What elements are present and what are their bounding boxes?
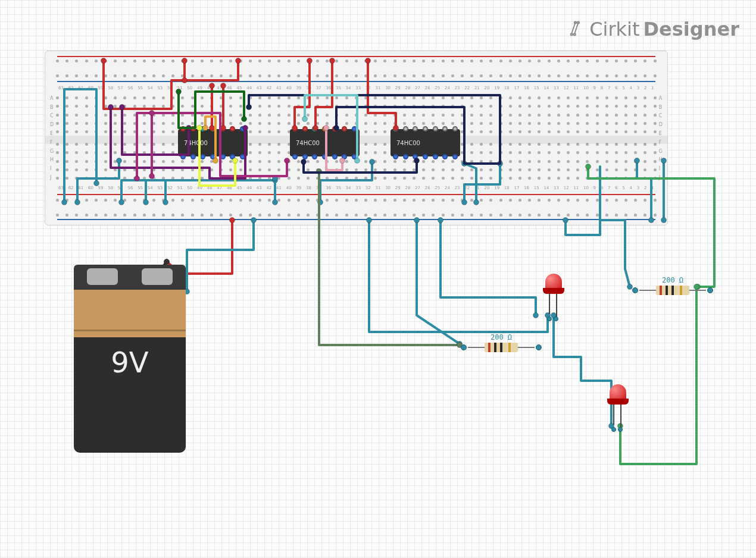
wire-node[interactable] bbox=[246, 105, 252, 110]
wire-node[interactable] bbox=[285, 158, 290, 164]
wire-node[interactable] bbox=[62, 200, 67, 205]
wire-node[interactable] bbox=[355, 158, 360, 164]
resistor-pad[interactable] bbox=[536, 344, 542, 350]
led-leg-anode bbox=[613, 405, 614, 425]
wire-node[interactable] bbox=[233, 158, 238, 164]
wire-node[interactable] bbox=[324, 126, 329, 131]
wire-node[interactable] bbox=[661, 218, 667, 223]
wire-node[interactable] bbox=[242, 117, 247, 122]
wire-node[interactable] bbox=[474, 200, 479, 205]
wire-node[interactable] bbox=[243, 126, 248, 131]
wire-node[interactable] bbox=[236, 58, 241, 64]
wire-node[interactable] bbox=[414, 158, 420, 164]
wire-node[interactable] bbox=[182, 58, 188, 64]
battery-voltage-label: 9V bbox=[111, 346, 148, 379]
wire[interactable] bbox=[566, 167, 630, 287]
wire[interactable] bbox=[464, 164, 500, 202]
battery-terminal-pos bbox=[142, 268, 173, 285]
wire[interactable] bbox=[637, 161, 651, 220]
wire-node[interactable] bbox=[163, 200, 168, 205]
wire[interactable] bbox=[205, 117, 215, 161]
wire-node[interactable] bbox=[365, 58, 371, 64]
wire-node[interactable] bbox=[462, 200, 467, 205]
wire-node[interactable] bbox=[301, 159, 307, 165]
wire-node[interactable] bbox=[586, 164, 591, 170]
resistor-pad[interactable] bbox=[707, 287, 713, 293]
resistor-lead bbox=[639, 290, 656, 291]
wire[interactable] bbox=[249, 95, 500, 164]
wire[interactable] bbox=[464, 164, 476, 202]
resistor-pad[interactable] bbox=[632, 287, 638, 293]
wire-node[interactable] bbox=[182, 78, 188, 83]
wire-node[interactable] bbox=[438, 218, 443, 223]
wire-node[interactable] bbox=[563, 218, 568, 223]
wire-node[interactable] bbox=[661, 158, 667, 164]
wire-node[interactable] bbox=[119, 200, 124, 205]
led-d2[interactable] bbox=[606, 384, 630, 427]
wire-node[interactable] bbox=[635, 158, 640, 164]
wire-node[interactable] bbox=[149, 174, 155, 179]
wire-node[interactable] bbox=[533, 313, 539, 318]
wire[interactable] bbox=[326, 128, 342, 170]
resistor-r2[interactable]: 200 Ω bbox=[631, 286, 714, 295]
wire[interactable] bbox=[417, 220, 460, 344]
wire[interactable] bbox=[104, 61, 238, 109]
wire-node[interactable] bbox=[117, 158, 122, 164]
wire-node[interactable] bbox=[313, 126, 318, 131]
wire-node[interactable] bbox=[251, 218, 257, 223]
wire-node[interactable] bbox=[101, 58, 107, 64]
wire-node[interactable] bbox=[176, 89, 182, 95]
resistor-pad[interactable] bbox=[461, 344, 467, 350]
resistor-body bbox=[485, 343, 518, 352]
wire-node[interactable] bbox=[221, 83, 226, 89]
wire-node[interactable] bbox=[340, 158, 345, 164]
wire-node[interactable] bbox=[230, 218, 235, 223]
wire[interactable] bbox=[319, 171, 460, 345]
wire[interactable] bbox=[64, 89, 96, 202]
wire-node[interactable] bbox=[213, 158, 218, 164]
led-leg-cathode bbox=[556, 294, 557, 319]
wire-node[interactable] bbox=[649, 218, 654, 223]
wire-node[interactable] bbox=[307, 58, 313, 64]
led-base bbox=[543, 288, 564, 294]
wire-node[interactable] bbox=[210, 83, 215, 89]
wire-node[interactable] bbox=[393, 126, 399, 131]
wire-node[interactable] bbox=[292, 126, 298, 131]
resistor-lead bbox=[518, 347, 535, 348]
led-leg-anode bbox=[549, 294, 550, 314]
wire-node[interactable] bbox=[197, 126, 202, 131]
led-pad[interactable] bbox=[554, 316, 558, 321]
led-pad[interactable] bbox=[618, 427, 623, 432]
wire[interactable] bbox=[441, 220, 536, 315]
wire-node[interactable] bbox=[273, 200, 278, 205]
wire-node[interactable] bbox=[108, 105, 114, 110]
wire-node[interactable] bbox=[143, 200, 149, 205]
wire[interactable] bbox=[369, 220, 548, 332]
resistor-r1[interactable]: 200 Ω bbox=[460, 343, 543, 352]
battery-9v[interactable]: 9V bbox=[74, 265, 186, 453]
led-d1[interactable] bbox=[542, 274, 566, 316]
wire[interactable] bbox=[554, 315, 611, 426]
resistor-body bbox=[656, 286, 689, 295]
wire-node[interactable] bbox=[203, 126, 208, 131]
wire[interactable] bbox=[187, 220, 254, 291]
wire-node[interactable] bbox=[414, 218, 420, 223]
wire[interactable] bbox=[620, 287, 696, 464]
wire-node[interactable] bbox=[334, 126, 339, 131]
led-pad[interactable] bbox=[611, 427, 616, 432]
wire-node[interactable] bbox=[149, 111, 155, 116]
wire-node[interactable] bbox=[94, 181, 99, 186]
wire-node[interactable] bbox=[120, 105, 125, 110]
wire[interactable] bbox=[121, 180, 165, 202]
wire-node[interactable] bbox=[367, 218, 372, 223]
battery-copper bbox=[74, 290, 186, 337]
wire-node[interactable] bbox=[370, 159, 375, 165]
led-pad[interactable] bbox=[547, 316, 552, 321]
wire[interactable] bbox=[320, 162, 372, 202]
wire-node[interactable] bbox=[210, 126, 215, 131]
wire-node[interactable] bbox=[75, 200, 80, 205]
wire-node[interactable] bbox=[330, 58, 335, 64]
wire-node[interactable] bbox=[135, 176, 140, 181]
wire-node[interactable] bbox=[302, 117, 308, 122]
wire-node[interactable] bbox=[164, 259, 170, 265]
